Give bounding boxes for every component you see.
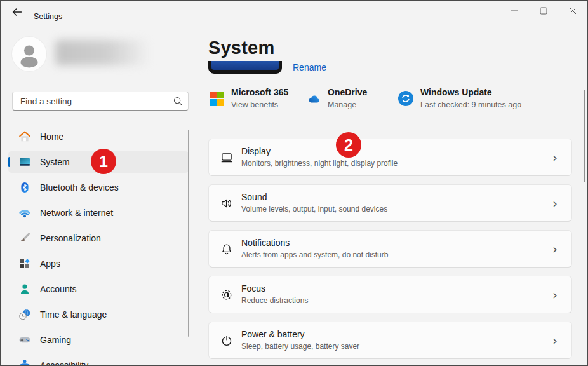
- minimize-icon: [511, 7, 518, 15]
- device-wallpaper-image: [211, 61, 279, 70]
- sidebar-item-label: Accounts: [40, 284, 77, 294]
- apps-icon: [18, 257, 31, 270]
- sidebar-item-time-language[interactable]: Time & language: [8, 304, 189, 325]
- settings-window: Settings Home: [0, 0, 588, 366]
- annotation-step-2: 2: [336, 132, 361, 158]
- settings-row-subtitle: Alerts from apps and system, do not dist…: [241, 250, 388, 260]
- back-arrow-icon: [11, 7, 22, 17]
- maximize-button[interactable]: [529, 1, 558, 21]
- quick-access-windows-update[interactable]: Windows Update Last checked: 9 minutes a…: [398, 87, 521, 110]
- sidebar-item-label: Personalization: [40, 233, 101, 243]
- settings-row-sound[interactable]: Sound Volume levels, output, input, soun…: [208, 184, 572, 222]
- last-checked-status: Last checked: 9 minutes ago: [420, 100, 521, 110]
- sidebar-item-label: Accessibility: [40, 360, 88, 366]
- settings-row-title: Display: [241, 146, 398, 157]
- maximize-icon: [540, 7, 547, 15]
- sidebar-item-label: Bluetooth & devices: [40, 182, 119, 193]
- minimize-button[interactable]: [500, 1, 529, 21]
- main-scrollbar[interactable]: [584, 90, 585, 182]
- annotation-number: 1: [99, 152, 108, 171]
- device-thumbnail: [208, 61, 282, 74]
- sidebar-item-apps[interactable]: Apps: [8, 253, 189, 274]
- view-benefits-link[interactable]: View benefits: [231, 100, 288, 110]
- device-header-clipped: Rename: [208, 61, 373, 75]
- settings-row-subtitle: Sleep, battery usage, battery saver: [241, 342, 359, 351]
- sidebar-item-accessibility[interactable]: Accessibility: [8, 355, 189, 366]
- sidebar-item-gaming[interactable]: Gaming: [8, 329, 189, 351]
- accessibility-icon: [18, 359, 31, 366]
- sidebar-item-accounts[interactable]: Accounts: [8, 278, 189, 300]
- system-icon: [18, 156, 31, 168]
- window-controls: [500, 1, 587, 21]
- quick-access-title: Microsoft 365: [231, 87, 288, 98]
- quick-access-onedrive[interactable]: OneDrive Manage: [307, 87, 367, 110]
- windows-update-icon: [398, 91, 413, 106]
- settings-row-display[interactable]: Display Monitors, brightness, night ligh…: [208, 139, 572, 176]
- sidebar-item-personalization[interactable]: Personalization: [8, 227, 189, 249]
- selection-indicator: [8, 157, 10, 167]
- power-icon: [220, 334, 233, 347]
- bluetooth-icon: [18, 181, 31, 194]
- settings-row-power-battery[interactable]: Power & battery Sleep, battery usage, ba…: [208, 322, 572, 359]
- search-icon: [173, 96, 183, 106]
- settings-row-subtitle: Reduce distractions: [241, 296, 308, 306]
- wifi-icon: [18, 207, 31, 219]
- settings-row-notifications[interactable]: Notifications Alerts from apps and syste…: [208, 230, 572, 268]
- quick-access-microsoft-365[interactable]: Microsoft 365 View benefits: [210, 87, 288, 110]
- close-icon: [569, 7, 577, 15]
- user-name-blurred: [55, 40, 150, 65]
- manage-link[interactable]: Manage: [328, 100, 367, 110]
- chevron-right-icon: ›: [552, 334, 558, 347]
- settings-row-subtitle: Volume levels, output, input, sound devi…: [241, 205, 387, 214]
- sidebar-item-label: Network & internet: [40, 208, 113, 218]
- avatar: [12, 37, 46, 71]
- window-title: Settings: [34, 12, 62, 21]
- notifications-icon: [220, 243, 233, 255]
- sidebar-item-bluetooth-devices[interactable]: Bluetooth & devices: [8, 177, 189, 198]
- search-box: [12, 92, 189, 111]
- sidebar-item-label: Gaming: [40, 335, 71, 345]
- settings-row-subtitle: Monitors, brightness, night light, displ…: [241, 159, 398, 168]
- settings-row-title: Sound: [241, 192, 387, 203]
- person-icon: [12, 37, 46, 71]
- sound-icon: [220, 197, 233, 210]
- onedrive-icon: [307, 93, 321, 104]
- page-title: System: [208, 37, 274, 58]
- sidebar-scrollbar[interactable]: [188, 130, 189, 337]
- home-icon: [18, 130, 31, 143]
- chevron-right-icon: ›: [552, 288, 558, 301]
- time-language-icon: [18, 308, 31, 321]
- focus-icon: [220, 288, 233, 301]
- chevron-right-icon: ›: [552, 243, 558, 255]
- settings-list: Display Monitors, brightness, night ligh…: [208, 139, 572, 359]
- annotation-number: 2: [344, 136, 353, 154]
- sidebar-item-home[interactable]: Home: [8, 126, 189, 147]
- annotation-step-1: 1: [91, 149, 116, 174]
- settings-row-title: Notifications: [241, 238, 388, 248]
- sidebar-item-label: Home: [40, 132, 63, 142]
- settings-row-title: Power & battery: [241, 329, 359, 340]
- chevron-right-icon: ›: [552, 151, 558, 164]
- accounts-icon: [18, 283, 31, 295]
- settings-row-title: Focus: [241, 283, 308, 294]
- quick-access-title: OneDrive: [328, 87, 367, 98]
- gamepad-icon: [18, 334, 31, 346]
- close-button[interactable]: [558, 1, 587, 21]
- display-icon: [220, 151, 233, 164]
- chevron-right-icon: ›: [552, 197, 558, 210]
- quick-access-title: Windows Update: [420, 87, 521, 98]
- back-button[interactable]: [10, 6, 23, 18]
- settings-row-focus[interactable]: Focus Reduce distractions ›: [208, 276, 572, 313]
- sidebar-item-label: System: [40, 157, 70, 167]
- sidebar-item-label: Apps: [40, 259, 60, 269]
- sidebar-item-network-internet[interactable]: Network & internet: [8, 202, 189, 224]
- paintbrush-icon: [18, 232, 31, 245]
- sidebar-item-label: Time & language: [40, 309, 107, 320]
- microsoft-365-logo: [210, 92, 224, 106]
- search-input[interactable]: [19, 96, 173, 107]
- rename-link[interactable]: Rename: [293, 62, 326, 72]
